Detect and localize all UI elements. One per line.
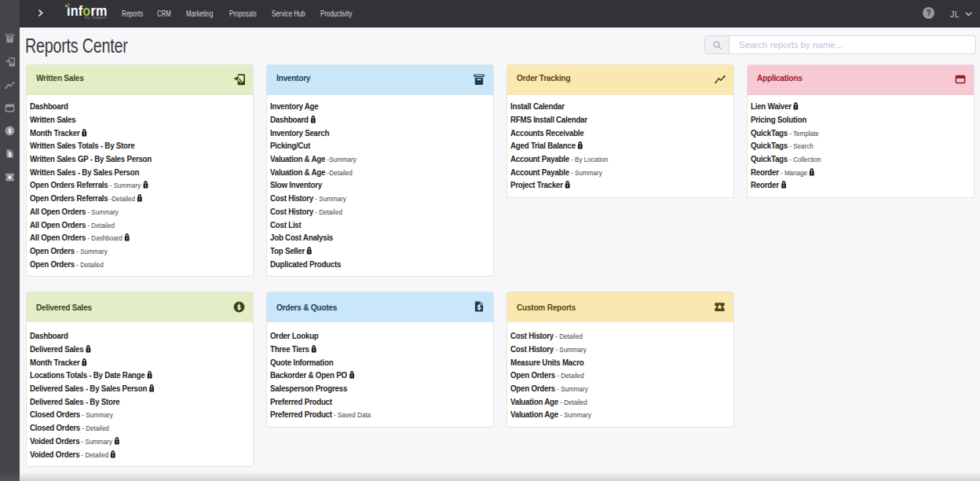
svg-text:$: $ — [9, 152, 12, 158]
svg-text:$: $ — [477, 303, 481, 311]
svg-text:$: $ — [237, 303, 241, 310]
